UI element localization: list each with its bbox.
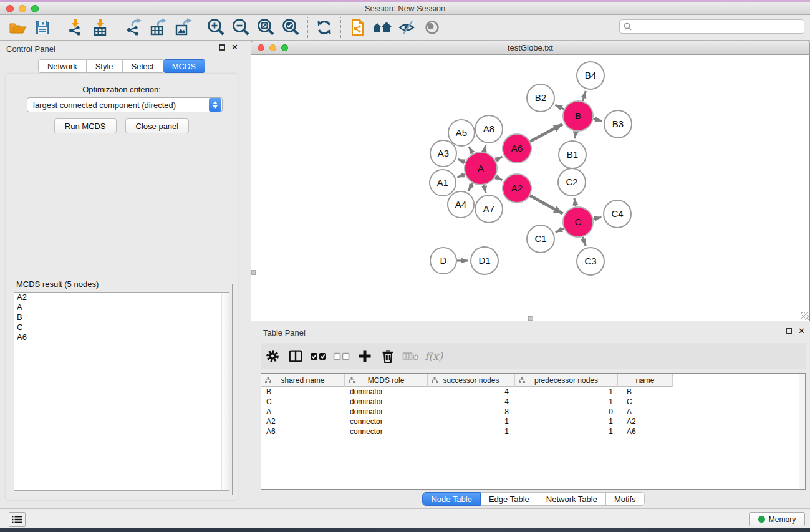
node-A5[interactable]: A5	[448, 120, 475, 146]
tab-network[interactable]: Network	[38, 59, 87, 73]
resize-grip[interactable]	[801, 312, 809, 320]
node-B1[interactable]: B1	[559, 141, 586, 168]
cell[interactable]: 4	[428, 397, 515, 406]
tab-network-table[interactable]: Network Table	[538, 492, 606, 506]
cell[interactable]: A2	[261, 417, 345, 426]
refresh-button[interactable]	[312, 16, 337, 39]
mcds-result-list[interactable]: A2ABCA6	[14, 292, 229, 491]
cell[interactable]: 1	[515, 387, 618, 396]
home-button[interactable]	[370, 16, 395, 39]
table-row[interactable]: A6connector11A6	[261, 427, 799, 437]
column-header-name[interactable]: name	[618, 374, 673, 387]
node-B2[interactable]: B2	[527, 84, 554, 112]
cell[interactable]: C	[618, 397, 673, 406]
node-A2[interactable]: A2	[503, 174, 531, 203]
show-column-button[interactable]	[284, 345, 307, 367]
cell[interactable]: connector	[345, 427, 428, 436]
cell[interactable]: A6	[261, 427, 345, 436]
edge-A-A4[interactable]	[468, 183, 473, 191]
close-panel-icon[interactable]: ✕	[231, 44, 238, 51]
mcds-result-item[interactable]: A2	[14, 293, 229, 302]
edge-A-A2[interactable]	[496, 177, 503, 180]
cell[interactable]: A2	[618, 417, 673, 426]
cell[interactable]: C	[261, 397, 345, 406]
cell[interactable]: 1	[515, 397, 618, 406]
table-row[interactable]: A2connector11A2	[261, 417, 799, 427]
hide-eye-button[interactable]	[395, 16, 420, 39]
cell[interactable]: 1	[428, 427, 515, 436]
eye-button[interactable]	[420, 16, 445, 39]
zoom-out-button[interactable]	[229, 16, 254, 39]
edge-A-A8[interactable]	[484, 145, 485, 152]
tab-select[interactable]: Select	[123, 59, 163, 73]
node-C1[interactable]: C1	[527, 225, 554, 253]
tab-edge-table[interactable]: Edge Table	[481, 492, 538, 506]
memory-button[interactable]: Memory	[749, 512, 805, 526]
table-row[interactable]: Adominator80A	[261, 407, 799, 417]
node-C[interactable]: C	[563, 207, 593, 237]
node-A[interactable]: A	[465, 152, 497, 185]
select-all-button[interactable]	[307, 345, 330, 367]
export-table-button[interactable]	[146, 16, 171, 39]
network-window-titlebar[interactable]: testGlobe.txt	[251, 41, 810, 55]
node-C2[interactable]: C2	[558, 168, 586, 196]
node-A1[interactable]: A1	[430, 170, 456, 196]
node-B4[interactable]: B4	[577, 62, 604, 89]
export-network-button[interactable]	[121, 16, 146, 39]
node-A8[interactable]: A8	[475, 115, 503, 143]
tab-style[interactable]: Style	[87, 59, 123, 73]
network-graph[interactable]: AA1A2A3A4A5A6A7A8BB1B2B3B4CC1C2C3C4DD1	[251, 55, 809, 320]
table-row[interactable]: Bdominator41B	[261, 387, 799, 397]
table-settings-button[interactable]	[261, 345, 284, 367]
node-D1[interactable]: D1	[471, 247, 498, 274]
node-B[interactable]: B	[563, 101, 593, 131]
deselect-all-button[interactable]	[330, 345, 353, 367]
cell[interactable]: dominator	[345, 397, 428, 406]
edge-C-C3[interactable]	[583, 237, 586, 246]
edge-A-A1[interactable]	[457, 175, 465, 178]
edge-A-A3[interactable]	[458, 159, 465, 162]
edge-A-A5[interactable]	[469, 147, 473, 153]
mcds-result-item[interactable]: A	[14, 302, 229, 312]
close-table-panel-icon[interactable]: ✕	[798, 328, 805, 334]
import-table-button[interactable]	[88, 16, 113, 39]
cell[interactable]: dominator	[345, 387, 428, 396]
cell[interactable]: A6	[618, 427, 673, 436]
tab-motifs[interactable]: Motifs	[606, 492, 645, 506]
zoom-selected-button[interactable]	[279, 16, 304, 39]
search-input[interactable]	[632, 21, 804, 32]
node-C4[interactable]: C4	[604, 200, 631, 228]
tab-node-table[interactable]: Node Table	[422, 492, 481, 506]
delete-column-button[interactable]	[399, 345, 422, 367]
edge-A-A6[interactable]	[496, 157, 503, 160]
node-A4[interactable]: A4	[448, 191, 474, 218]
mcds-result-item[interactable]: A6	[14, 332, 229, 342]
save-session-button[interactable]	[30, 16, 55, 39]
cell[interactable]: 1	[428, 417, 515, 426]
task-history-button[interactable]	[9, 512, 26, 527]
canvas-scroll-indicator-bottom[interactable]	[528, 316, 533, 321]
cell[interactable]: A	[261, 407, 345, 416]
import-network-button[interactable]	[63, 16, 88, 39]
column-header-successor-nodes[interactable]: successor nodes	[428, 374, 515, 387]
open-session-button[interactable]	[5, 16, 30, 39]
edge-A-A7[interactable]	[484, 185, 486, 193]
cell[interactable]: 1	[515, 417, 618, 426]
edge-B-B2[interactable]	[555, 105, 564, 109]
cell[interactable]: dominator	[345, 407, 428, 416]
export-image-button[interactable]	[171, 16, 196, 39]
mcds-result-item[interactable]: C	[14, 322, 229, 332]
zoom-in-button[interactable]	[204, 16, 229, 39]
edge-C-C4[interactable]	[593, 217, 601, 219]
run-mcds-button[interactable]: Run MCDS	[54, 118, 117, 133]
node-B3[interactable]: B3	[604, 110, 632, 138]
cell[interactable]: B	[261, 387, 345, 396]
float-panel-icon[interactable]	[219, 44, 225, 51]
table-scrollbar[interactable]	[799, 374, 805, 489]
network-document-button[interactable]	[345, 16, 370, 39]
edge-A6-B[interactable]	[530, 124, 562, 142]
mcds-result-item[interactable]: B	[14, 312, 229, 322]
canvas-scroll-indicator-left[interactable]	[251, 270, 256, 275]
zoom-fit-button[interactable]	[254, 16, 279, 39]
float-table-panel-icon[interactable]	[786, 328, 792, 334]
